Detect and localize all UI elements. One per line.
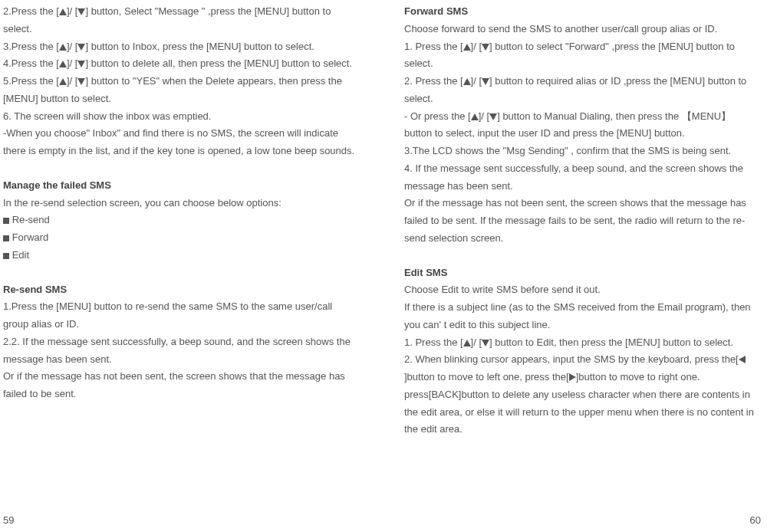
up-triangle-icon bbox=[59, 61, 67, 67]
right-triangle-icon bbox=[569, 373, 576, 381]
up-triangle-icon bbox=[463, 78, 471, 85]
body-text: - Or press the []/ [] button to Manual D… bbox=[404, 108, 761, 143]
svg-marker-15 bbox=[471, 113, 479, 120]
svg-marker-20 bbox=[569, 373, 576, 381]
body-text: 2. Press the []/ [] button to required a… bbox=[404, 73, 761, 108]
list-item: Re-send bbox=[3, 212, 360, 229]
section-heading: Re-send SMS bbox=[3, 281, 360, 299]
body-text: 3.Press the []/ [] button to Inbox, pres… bbox=[3, 38, 360, 56]
up-triangle-icon bbox=[463, 44, 471, 51]
down-triangle-icon bbox=[77, 44, 85, 51]
svg-marker-1 bbox=[77, 8, 85, 15]
body-text: Or if the message has not been sent, the… bbox=[3, 368, 360, 403]
down-triangle-icon bbox=[77, 78, 85, 85]
body-text: 1. Press the []/ [] button to Edit, then… bbox=[404, 334, 761, 352]
body-text: 3.The LCD shows the "Msg Sending" , conf… bbox=[404, 143, 761, 160]
down-triangle-icon bbox=[77, 8, 85, 15]
body-text: 4.Press the []/ [] button to delete all,… bbox=[3, 55, 360, 73]
svg-marker-18 bbox=[482, 340, 489, 346]
body-text: Or if the message has not been sent, the… bbox=[404, 195, 761, 247]
page-number-right: 60 bbox=[750, 512, 761, 530]
section-heading: Edit SMS bbox=[404, 264, 761, 282]
page-footer: 59 60 bbox=[3, 509, 761, 530]
section-heading: Manage the failed SMS bbox=[3, 177, 360, 195]
svg-marker-17 bbox=[463, 340, 471, 346]
down-triangle-icon bbox=[77, 61, 85, 67]
up-triangle-icon bbox=[59, 44, 67, 51]
up-triangle-icon bbox=[59, 8, 67, 15]
svg-marker-2 bbox=[59, 44, 67, 51]
body-text: 1. Press the []/ [] button to select "Fo… bbox=[404, 38, 761, 74]
body-text: 6. The screen will show the inbox was em… bbox=[3, 108, 360, 126]
bullet-icon bbox=[3, 235, 9, 241]
body-text: 2.2. If the message sent successfully, a… bbox=[3, 333, 360, 369]
left-column: 2.Press the []/ [] button, Select "Messa… bbox=[3, 3, 360, 509]
right-column: Forward SMS Choose forward to send the S… bbox=[404, 3, 761, 509]
body-text: In the re-send selection screen, you can… bbox=[3, 195, 360, 212]
down-triangle-icon bbox=[482, 340, 489, 346]
svg-rect-9 bbox=[3, 235, 9, 241]
svg-rect-10 bbox=[3, 253, 9, 259]
bullet-icon bbox=[3, 218, 9, 224]
list-item: Forward bbox=[3, 229, 360, 247]
body-text: 4. If the message sent successfully, a b… bbox=[404, 160, 761, 195]
down-triangle-icon bbox=[489, 113, 497, 120]
up-triangle-icon bbox=[59, 78, 67, 85]
body-text: 1.Press the [MENU] button to re-send the… bbox=[3, 298, 360, 333]
section-heading: Forward SMS bbox=[404, 3, 761, 21]
svg-marker-3 bbox=[77, 44, 85, 51]
down-triangle-icon bbox=[482, 44, 489, 51]
page-columns: 2.Press the []/ [] button, Select "Messa… bbox=[3, 3, 761, 509]
svg-marker-19 bbox=[739, 356, 746, 363]
up-triangle-icon bbox=[463, 340, 471, 346]
left-triangle-icon bbox=[739, 356, 746, 363]
body-text: 2.Press the []/ [] button, Select "Messa… bbox=[3, 3, 360, 38]
svg-marker-7 bbox=[77, 78, 85, 85]
svg-marker-11 bbox=[463, 44, 471, 51]
list-item: Edit bbox=[3, 247, 360, 264]
svg-marker-16 bbox=[489, 113, 497, 120]
svg-marker-4 bbox=[59, 61, 67, 67]
body-text: -When you choose" Inbox" and find there … bbox=[3, 125, 360, 160]
svg-rect-8 bbox=[3, 218, 9, 224]
up-triangle-icon bbox=[471, 113, 479, 120]
page-number-left: 59 bbox=[3, 512, 14, 530]
body-text: If there is a subject line (as to the SM… bbox=[404, 299, 761, 334]
bullet-icon bbox=[3, 253, 9, 259]
svg-marker-14 bbox=[482, 78, 489, 85]
svg-marker-5 bbox=[77, 61, 85, 67]
body-text: 2. When blinking cursor appears, input t… bbox=[404, 351, 761, 438]
body-text: Choose forward to send the SMS to anothe… bbox=[404, 21, 761, 38]
svg-marker-13 bbox=[463, 78, 471, 85]
body-text: 5.Press the []/ [] button to "YES" when … bbox=[3, 73, 360, 108]
svg-marker-12 bbox=[482, 44, 489, 51]
svg-marker-6 bbox=[59, 78, 67, 85]
svg-marker-0 bbox=[59, 8, 67, 15]
body-text: Choose Edit to write SMS before send it … bbox=[404, 281, 761, 299]
down-triangle-icon bbox=[482, 78, 489, 85]
